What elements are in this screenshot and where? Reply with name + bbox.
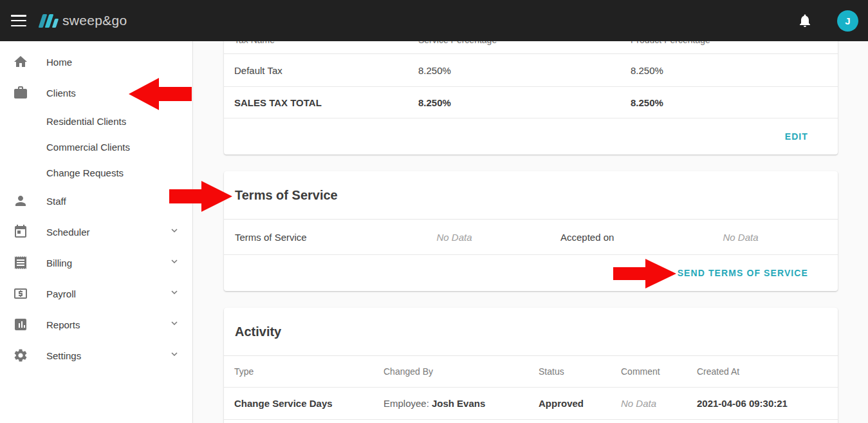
sidebar-item-billing[interactable]: Billing <box>0 247 192 278</box>
sidebar-item-reports[interactable]: Reports <box>0 309 192 340</box>
tax-name-cell: Default Tax <box>234 65 418 76</box>
sales-tax-card: Tax Name Service Percentage Product Perc… <box>224 41 838 155</box>
home-icon <box>13 54 28 70</box>
dollar-box-icon <box>13 286 28 301</box>
tos-value: No Data <box>422 232 486 243</box>
comment-cell: No Data <box>621 398 697 409</box>
sidebar-item-scheduler[interactable]: Scheduler <box>0 216 192 247</box>
sidebar-item-label: Settings <box>46 350 81 361</box>
product-percentage-cell: 8.250% <box>631 65 827 76</box>
tax-name-header: Tax Name <box>234 41 418 45</box>
topbar-right: J <box>797 10 868 32</box>
table-row: Default Tax 8.250% 8.250% <box>224 54 838 87</box>
sidebar-item-label: Home <box>46 57 72 68</box>
calendar-icon <box>13 224 28 240</box>
activity-card-title-block: Activity <box>224 308 838 356</box>
sidebar-item-label: Clients <box>46 88 76 99</box>
type-header: Type <box>234 366 383 377</box>
created-at-header: Created At <box>697 366 827 377</box>
accepted-on-value: No Data <box>708 232 773 243</box>
sidebar-item-label: Billing <box>46 258 72 268</box>
send-terms-of-service-button[interactable]: SEND TERMS OF SERVICE <box>678 268 808 278</box>
terms-of-service-card: Terms of Service Terms of Service No Dat… <box>224 171 838 291</box>
user-avatar[interactable]: J <box>837 10 858 32</box>
person-icon <box>13 193 28 209</box>
bar-chart-icon <box>13 317 28 332</box>
chevron-down-icon[interactable] <box>169 287 180 301</box>
tax-table-header-row: Tax Name Service Percentage Product Perc… <box>224 41 838 54</box>
sidebar-item-label: Residential Clients <box>46 116 126 127</box>
sidebar-item-label: Change Requests <box>46 167 124 178</box>
activity-table-header-row: Type Changed By Status Comment Created A… <box>224 356 838 388</box>
sidebar-item-label: Reports <box>46 319 80 330</box>
table-row: Change Service Days Employee:Josh Evans … <box>224 388 838 420</box>
sidebar-item-clients[interactable]: Clients <box>0 77 192 108</box>
gear-icon <box>13 348 28 363</box>
accepted-on-label: Accepted on <box>560 232 614 243</box>
sidebar-item-staff[interactable]: Staff <box>0 185 192 216</box>
sidebar-item-payroll[interactable]: Payroll <box>0 278 192 309</box>
brand-name: sweep&go <box>62 13 127 28</box>
sidebar-item-commercial-clients[interactable]: Commercial Clients <box>0 134 192 160</box>
briefcase-icon <box>13 85 28 100</box>
created-at-cell: 2021-04-06 09:30:21 <box>697 398 827 409</box>
changed-by-prefix: Employee: <box>383 398 429 409</box>
main-content: Tax Name Service Percentage Product Perc… <box>193 41 868 423</box>
top-app-bar: sweep&go J <box>0 0 868 41</box>
tax-name-cell: SALES TAX TOTAL <box>234 97 418 108</box>
tos-card-actions: SEND TERMS OF SERVICE <box>224 255 838 291</box>
status-cell: Approved <box>539 398 621 409</box>
notifications-bell-icon[interactable] <box>797 13 813 28</box>
receipt-icon <box>13 255 28 270</box>
product-percentage-header: Product Percentage <box>631 41 827 45</box>
type-cell: Change Service Days <box>234 398 383 409</box>
logo-slashes-icon <box>41 14 57 28</box>
changed-by-header: Changed By <box>383 366 539 377</box>
edit-button[interactable]: EDIT <box>785 131 808 142</box>
service-percentage-cell: 8.250% <box>418 97 631 108</box>
sidebar-item-label: Payroll <box>46 288 76 299</box>
tax-card-actions: EDIT <box>224 118 838 155</box>
brand-logo[interactable]: sweep&go <box>41 13 127 28</box>
sidebar-item-settings[interactable]: Settings <box>0 340 192 371</box>
sidebar-item-change-requests[interactable]: Change Requests <box>0 160 192 185</box>
status-header: Status <box>539 366 621 377</box>
chevron-down-icon[interactable] <box>169 225 180 239</box>
sidebar-navigation: Home Clients Residential Clients Commerc… <box>0 41 193 423</box>
chevron-down-icon[interactable] <box>169 317 180 332</box>
table-row-total: SALES TAX TOTAL 8.250% 8.250% <box>224 87 838 118</box>
tos-label: Terms of Service <box>235 232 307 243</box>
sidebar-item-label: Commercial Clients <box>46 142 130 153</box>
chevron-down-icon[interactable] <box>169 348 180 362</box>
service-percentage-header: Service Percentage <box>418 41 631 45</box>
tos-data-row: Terms of Service No Data Accepted on No … <box>224 220 838 255</box>
service-percentage-cell: 8.250% <box>418 65 631 76</box>
changed-by-cell: Employee:Josh Evans <box>383 398 539 409</box>
sidebar-item-home[interactable]: Home <box>0 46 192 77</box>
sidebar-item-label: Scheduler <box>46 227 90 238</box>
sidebar-item-residential-clients[interactable]: Residential Clients <box>0 108 192 134</box>
hamburger-menu-icon[interactable] <box>11 15 26 26</box>
product-percentage-cell: 8.250% <box>631 97 827 108</box>
activity-title: Activity <box>235 324 281 339</box>
changed-by-name: Josh Evans <box>432 398 485 409</box>
sidebar-item-label: Staff <box>46 196 66 207</box>
page-title: Terms of Service <box>235 188 338 203</box>
chevron-down-icon[interactable] <box>169 256 180 270</box>
comment-header: Comment <box>621 366 697 377</box>
tos-card-title-block: Terms of Service <box>224 171 838 220</box>
activity-card: Activity Type Changed By Status Comment … <box>224 308 838 423</box>
